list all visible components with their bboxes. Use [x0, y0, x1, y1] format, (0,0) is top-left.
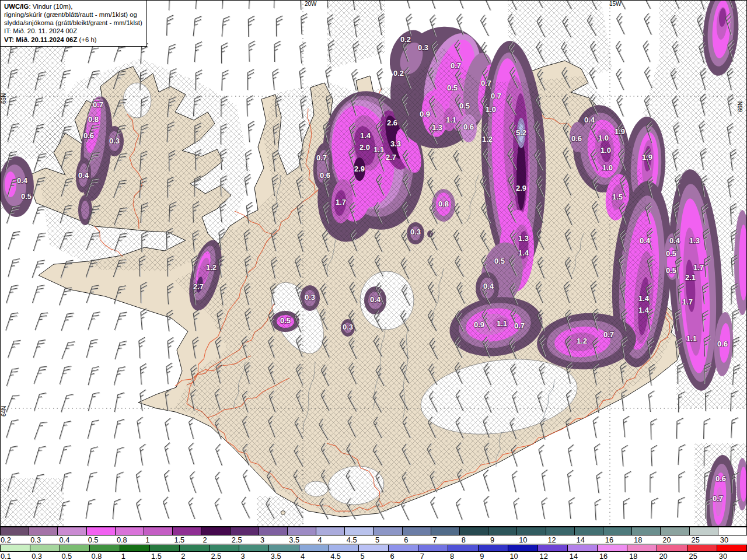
colorbar-segment: [269, 545, 299, 551]
precip-value-label: 0.5: [494, 257, 505, 265]
colorbar-tick-label: 2.5: [232, 536, 242, 544]
precip-value-label: 1.0: [602, 163, 613, 172]
precip-value-label: 1.0: [601, 146, 611, 155]
precip-value-label: 0.3: [343, 323, 353, 331]
colorbar-tick-label: 0.4: [59, 536, 69, 544]
colorbar-segment: [345, 527, 374, 535]
colorbar-tick-label: 0.8: [117, 536, 127, 544]
precip-value-label: 1.9: [615, 127, 625, 136]
precip-value-label: 0.7: [491, 92, 501, 100]
precip-value-label: 0.7: [451, 61, 461, 70]
precip-value-label: 1.0: [486, 105, 496, 114]
colorbar-segment: [431, 527, 460, 535]
valid-time: VT: Mið. 20.11.2024 06Z (+6 h): [4, 36, 143, 44]
precip-value-label: 0.7: [603, 330, 614, 339]
precip-area: [5, 172, 16, 197]
colorbar-segment: [150, 545, 180, 551]
colorbar-tick-label: 20: [659, 552, 667, 560]
colorbar-segment: [448, 545, 478, 551]
precip-value-label: 1.9: [642, 153, 652, 162]
colorbar-tick-label: 0.8: [92, 552, 102, 560]
colorbar-segment: [116, 527, 144, 535]
colorbar-segment: [603, 527, 632, 535]
precip-value-label: 0.5: [447, 83, 458, 92]
colorbar-segment: [87, 527, 116, 535]
colorbar-rain-labels: 0.10.30.50.811.522.533.544.5567891012141…: [0, 552, 747, 560]
colorbar-segment: [144, 527, 173, 535]
precip-value-label: 0.4: [669, 236, 680, 245]
colorbar-segment: [90, 545, 120, 551]
precip-value-label: 1.3: [689, 236, 700, 245]
colorbar-segment: [538, 545, 568, 551]
colorbar-tick-label: 14: [570, 552, 578, 560]
precip-value-label: 0.4: [17, 176, 28, 185]
precip-value-label: 0.3: [418, 43, 428, 52]
colorbar-tick-label: 7: [420, 552, 424, 560]
precip-value-label: 2.9: [354, 164, 365, 173]
colorbar-tick-label: 0.2: [1, 536, 11, 544]
precip-value-label: 0.4: [640, 236, 651, 245]
colorbar-tick-label: 1.5: [174, 536, 184, 544]
colorbar-tick-label: 3: [241, 552, 245, 560]
precip-value-label: 1.2: [577, 337, 587, 345]
colorbar-tick-label: 6: [404, 536, 408, 544]
colorbar-segment: [173, 527, 201, 535]
colorbar-tick-label: 4.5: [330, 552, 341, 560]
precip-value-label: 0.7: [316, 153, 327, 162]
colorbar-tick-label: 3.5: [289, 536, 299, 544]
precip-value-label: 1.7: [693, 263, 704, 272]
colorbar-tick-label: 10: [509, 552, 518, 560]
colorbar-segment: [359, 545, 389, 551]
colorbar-tick-label: 25: [689, 552, 697, 560]
precip-value-label: 0.2: [393, 69, 404, 78]
colorbar-segment: [299, 545, 329, 551]
colorbar-segment: [517, 527, 546, 535]
precip-value-label: 1.4: [360, 131, 371, 140]
title-box: UWC/IG: Vindur (10m), rigning/skúrir (gr…: [0, 0, 147, 47]
precip-value-label: 0.7: [93, 100, 103, 109]
precip-value-label: 2.9: [516, 184, 526, 192]
colorbar-segment: [508, 545, 538, 551]
precip-value-label: 1.4: [638, 306, 650, 314]
colorbar-tick-label: 4: [318, 536, 322, 544]
colorbar-segment: [180, 545, 210, 551]
title-line-3: slydda/snjókoma (grátt/bleikt/grænt - mm…: [4, 19, 143, 27]
colorbar-tick-label: 0.1: [1, 552, 11, 560]
precip-value-label: 2.6: [387, 118, 397, 127]
colorbar-tick-label: 1: [145, 536, 149, 544]
precip-value-label: 0.3: [305, 293, 315, 302]
colorbar-segment: [403, 527, 431, 535]
precip-value-label: 0.9: [474, 320, 484, 329]
precip-value-label: 1.3: [518, 234, 529, 243]
colorbar-tick-label: 12: [540, 552, 548, 560]
title-line-2: rigning/skúrir (grænt/blátt/rautt - mm/1…: [4, 10, 143, 19]
precip-value-label: 1.2: [206, 263, 217, 272]
graticule-label: 15W: [609, 1, 622, 7]
colorbar-tick-label: 3.5: [271, 552, 281, 560]
colorbar-tick-label: 6: [390, 552, 395, 560]
colorbar-tick-label: 8: [450, 552, 454, 560]
colorbar-tick-label: 16: [605, 536, 613, 544]
colorbar-tick-label: 2: [203, 536, 207, 544]
colorbar-rain-scale: [0, 544, 747, 552]
graticule-label: 66N: [1, 93, 7, 104]
colorbar-segment: [479, 545, 508, 551]
precip-value-label: 1.1: [446, 116, 456, 124]
colorbar-tick-label: 18: [629, 552, 637, 560]
colorbar-segment: [60, 545, 90, 551]
colorbar-tick-label: 18: [634, 536, 642, 544]
colorbar-tick-label: 0.5: [88, 536, 99, 544]
precip-value-label: 0.3: [109, 136, 120, 145]
colorbar-segment: [58, 527, 86, 535]
precip-value-label: 0.2: [400, 35, 411, 44]
precip-value-label: 1.0: [598, 134, 609, 142]
precip-value-label: 2.7: [386, 153, 396, 162]
init-time: IT: Mið. 20. 11. 2024 00Z: [4, 27, 143, 35]
precip-value-label: 0.5: [666, 249, 676, 258]
colorbar-tick-label: 30: [719, 552, 727, 560]
precip-value-label: 2.0: [359, 143, 370, 152]
colorbar-tick-label: 14: [577, 536, 585, 544]
graticule-label: 64N: [1, 406, 7, 416]
colorbar-segment: [316, 527, 345, 535]
title-line-1: UWC/IG: Vindur (10m),: [4, 2, 143, 10]
